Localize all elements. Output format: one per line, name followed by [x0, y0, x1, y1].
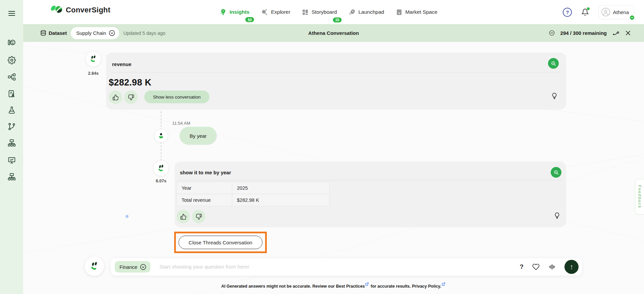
zoom-in-icon [551, 61, 556, 66]
heart-icon [532, 263, 540, 271]
nav-storyboard-label: Storyboard [311, 9, 337, 15]
help-button[interactable]: ? [563, 8, 572, 17]
table-cell-label: Total revenue [177, 194, 232, 206]
user-person-icon [157, 132, 165, 140]
sidebar-org-chart-icon[interactable] [7, 139, 16, 147]
privacy-policy-link[interactable]: Privacy Policy. [412, 284, 441, 289]
conversation-title: Athena Conversation [308, 24, 359, 42]
main-nav: Insights 50 Explorer Storyboard 15 [219, 0, 437, 24]
question-input-bar: Finance ? ↑ [111, 258, 582, 276]
bot-answer-card-revenue: revenue $282.98 K Show less conversation [106, 53, 566, 110]
notification-dot [587, 7, 590, 10]
conversight-logo[interactable]: ConverSight [50, 5, 110, 15]
input-help-button[interactable]: ? [519, 263, 524, 271]
dataset-updated-text: Updated 5 days ago [123, 31, 165, 36]
highlight-annotation-box: Close Threads Conversation [174, 232, 267, 253]
user-name: Athena [613, 9, 629, 15]
close-icon [625, 30, 631, 36]
nav-market-space[interactable]: Market Space [396, 9, 438, 16]
nav-insights-label: Insights [230, 9, 249, 15]
nav-launchpad[interactable]: Launchpad [348, 8, 384, 16]
hamburger-menu-icon[interactable] [7, 9, 16, 17]
user-avatar [154, 129, 168, 143]
lightbulb-icon [553, 212, 561, 219]
thumbs-down-button[interactable] [192, 210, 205, 223]
insight-bulb-button[interactable] [551, 92, 558, 100]
sidebar-insights-assistant-icon[interactable] [7, 38, 16, 46]
dataset-selector[interactable]: Supply Chain [71, 27, 119, 39]
table-cell-label: Year [177, 182, 232, 194]
top-header: ConverSight Insights 50 Explorer [23, 0, 644, 24]
insight-bulb-button[interactable] [553, 212, 561, 219]
chat-quota-icon [549, 30, 555, 36]
nav-storyboard[interactable]: Storyboard 15 [302, 9, 337, 16]
waveform-icon [548, 263, 556, 271]
nav-market-space-label: Market Space [405, 9, 438, 15]
thread-settings-button[interactable] [612, 30, 620, 37]
context-selector[interactable]: Finance [115, 261, 150, 273]
bot-avatar [85, 51, 101, 67]
send-question-button[interactable]: ↑ [564, 260, 579, 274]
context-value: Finance [119, 264, 137, 270]
disclaimer-text: AI Generated answers might not be accura… [221, 284, 336, 289]
answer-table: Year 2025 Total revenue $282.98 K [177, 182, 330, 206]
cursor-dot [126, 215, 129, 218]
launchpad-rocket-icon [348, 8, 356, 16]
database-icon [40, 30, 47, 37]
thumbs-down-icon [196, 214, 202, 220]
sidebar-hierarchy-icon[interactable] [7, 173, 16, 181]
feedback-tab-label: Feedback [637, 185, 642, 209]
thumbs-down-button[interactable] [124, 91, 138, 104]
expand-answer-button[interactable] [551, 167, 561, 178]
thumbs-up-icon [112, 94, 119, 101]
external-link-icon[interactable] [365, 282, 369, 286]
dataset-label-group: Dataset [40, 30, 67, 37]
nav-explorer-label: Explorer [271, 9, 290, 15]
insights-bulb-icon [219, 8, 227, 16]
message-timestamp: 11:54 AM [172, 121, 190, 126]
user-menu[interactable]: Athena [598, 5, 634, 19]
answer-question-text: show it to me by year [180, 170, 231, 175]
up-arrow-icon: ↑ [570, 263, 574, 271]
zoom-in-icon [553, 170, 559, 175]
avatar [601, 8, 610, 16]
sidebar-presentation-chart-icon[interactable] [7, 156, 16, 165]
conversight-face-icon [88, 54, 98, 64]
favorite-button[interactable] [532, 263, 540, 271]
thumbs-down-icon [128, 94, 134, 101]
sidebar-workflow-icon[interactable] [7, 73, 16, 81]
sidebar-report-person-icon[interactable] [7, 90, 16, 98]
conversation-toolbar: Dataset Supply Chain Updated 5 days ago … [23, 24, 644, 42]
nav-storyboard-badge: 15 [332, 17, 342, 23]
table-cell-value: 2025 [232, 182, 330, 194]
chevron-down-icon [109, 30, 115, 36]
external-link-icon[interactable] [442, 282, 445, 286]
sidebar-settings-gear-icon[interactable] [7, 56, 16, 64]
nav-explorer[interactable]: Explorer [261, 8, 290, 16]
answer-question-text: revenue [112, 61, 132, 67]
sidebar-lab-flask-icon[interactable] [7, 106, 16, 114]
show-less-conversation-button[interactable]: Show less conversation [144, 91, 209, 103]
answer-value: $282.98 K [109, 77, 151, 88]
notifications-button[interactable] [581, 8, 589, 16]
bot-avatar [153, 160, 169, 176]
dataset-value: Supply Chain [76, 30, 106, 36]
close-threads-conversation-button[interactable]: Close Threads Conversation [179, 236, 262, 249]
chevron-down-icon [140, 264, 146, 270]
table-row: Year 2025 [177, 182, 330, 194]
close-conversation-button[interactable] [625, 30, 631, 36]
voice-input-button[interactable] [548, 263, 556, 271]
nav-insights[interactable]: Insights 50 [219, 8, 249, 16]
feedback-tab[interactable]: Feedback [635, 179, 644, 215]
thumbs-up-button[interactable] [109, 91, 122, 104]
question-input[interactable] [159, 258, 512, 276]
nav-launchpad-label: Launchpad [358, 9, 384, 15]
response-duration: 6.07s [149, 179, 173, 183]
sidebar-git-branch-icon[interactable] [7, 122, 16, 131]
thumbs-up-button[interactable] [177, 210, 190, 223]
quota-remaining-text: 294 / 300 remaining [560, 30, 607, 36]
expand-answer-button[interactable] [548, 58, 559, 69]
best-practices-link[interactable]: Best Practices [336, 284, 365, 289]
market-space-icon [396, 9, 403, 16]
user-chevron-down-icon [629, 15, 635, 20]
